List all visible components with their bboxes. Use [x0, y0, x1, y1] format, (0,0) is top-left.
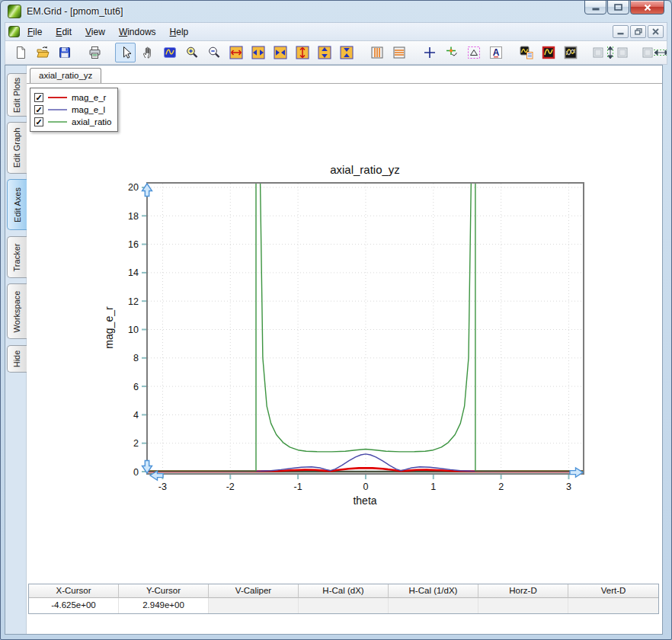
menu-view[interactable]: View [79, 24, 111, 40]
h-cal-1dx-value [389, 598, 478, 613]
legend-item: ✓ mag_e_r [34, 91, 111, 104]
horz-d-value [478, 598, 568, 613]
close-button[interactable] [630, 0, 664, 14]
shrink-x-button[interactable] [248, 43, 268, 62]
svg-text:6: 6 [133, 382, 139, 392]
zoom-window-button[interactable] [159, 43, 180, 62]
svg-text:0: 0 [133, 467, 139, 478]
y-axis-label: mag_e_r [103, 306, 115, 349]
svg-text:14: 14 [128, 267, 139, 278]
vert-d-value [568, 598, 658, 613]
shrink-y-button[interactable] [314, 43, 334, 62]
menubar: File Edit View Windows Help [5, 22, 667, 40]
mdi-restore-button[interactable] [630, 25, 646, 38]
expand-x-button[interactable] [226, 43, 246, 62]
expand-y-icon [296, 46, 309, 59]
x-axis-right-handle[interactable] [570, 468, 583, 477]
window-controls [584, 0, 664, 14]
zoom-out-button[interactable] [203, 43, 224, 62]
svg-text:0: 0 [363, 482, 368, 492]
v-caliper-value [209, 598, 299, 613]
plot-canvas[interactable]: -3-2-1012302468101214161820 axial_ratio_… [100, 154, 610, 516]
menu-edit[interactable]: Edit [50, 24, 78, 40]
print-icon [88, 46, 102, 59]
compress-y-button[interactable] [336, 43, 357, 62]
minimize-button[interactable] [584, 0, 606, 14]
column-header: X-Cursor [29, 584, 119, 598]
sidebar-tab-tracker[interactable]: Tracker [7, 236, 27, 278]
x-cursor-value: -4.625e+00 [29, 598, 119, 613]
shrink-y-icon [318, 46, 331, 59]
column-header: Y-Cursor [119, 584, 209, 598]
document-icon [8, 26, 20, 37]
svg-text:A: A [492, 47, 499, 58]
legend-line-sample [48, 97, 67, 98]
zoom-window-icon [163, 46, 177, 59]
y-axis-top-handle[interactable] [142, 184, 152, 197]
legend-checkbox[interactable]: ✓ [34, 105, 43, 114]
mdi-minimize-button[interactable] [613, 25, 629, 38]
document-tab[interactable]: axial_ratio_yz [30, 68, 101, 83]
sidebar-tab-edit-plots[interactable]: Edit Plots [7, 73, 27, 117]
expand-x-icon [229, 46, 243, 59]
zoom-in-button[interactable] [181, 43, 202, 62]
print-button[interactable] [85, 43, 105, 62]
align-vertical-icon [593, 46, 628, 59]
client-area: Edit Plots Edit Graph Edit Axes Tracker … [5, 65, 663, 635]
legend-checkbox[interactable]: ✓ [34, 93, 43, 102]
pointer-tool-button[interactable] [115, 43, 136, 62]
h-cal-dx-value [299, 598, 389, 613]
legend-line-sample [48, 109, 67, 110]
column-header: Vert-D [568, 584, 658, 598]
plot-properties-button[interactable] [516, 43, 536, 62]
document-area: axial_ratio_yz ✓ mag_e_r ✓ mag_e_l ✓ axi… [27, 66, 662, 634]
open-file-button[interactable] [32, 43, 53, 62]
horizontal-cursors-button[interactable] [389, 43, 409, 62]
svg-text:18: 18 [128, 211, 139, 222]
svg-text:-3: -3 [158, 482, 167, 492]
column-header: V-Caliper [209, 584, 299, 598]
mdi-restore-icon [635, 28, 642, 35]
compress-x-button[interactable] [270, 43, 290, 62]
text-tool-button[interactable]: A [485, 43, 506, 62]
annotation-triangle-icon [467, 46, 481, 59]
menu-windows[interactable]: Windows [113, 24, 162, 40]
sidebar-tab-hide[interactable]: Hide [7, 345, 27, 373]
menu-file[interactable]: File [21, 24, 48, 40]
mdi-window-controls [613, 25, 664, 38]
svg-text:16: 16 [128, 239, 139, 250]
x-axis-label: theta [353, 494, 376, 507]
expand-y-button[interactable] [292, 43, 312, 62]
plot-title: axial_ratio_yz [330, 163, 400, 176]
annotation-button[interactable] [463, 43, 484, 62]
pan-hand-button[interactable] [137, 43, 158, 62]
align-horizontal-button[interactable] [640, 43, 667, 62]
column-header: H-Cal (dX) [299, 584, 389, 598]
align-vertical-button[interactable] [590, 43, 630, 62]
sidebar-tab-workspace[interactable]: Workspace [7, 283, 27, 339]
menu-help[interactable]: Help [164, 24, 195, 40]
mdi-close-button[interactable] [648, 25, 664, 38]
plot-styles-button[interactable] [560, 43, 581, 62]
app-logo-icon [8, 5, 21, 18]
pan-hand-icon [141, 46, 155, 59]
save-button[interactable] [54, 43, 75, 62]
svg-text:-1: -1 [294, 482, 302, 492]
edit-plot-button[interactable] [538, 43, 558, 62]
mdi-close-icon [652, 28, 659, 35]
sidebar-tab-edit-axes[interactable]: Edit Axes [7, 179, 27, 230]
cross-cursor-button[interactable] [419, 43, 440, 62]
legend-checkbox[interactable]: ✓ [34, 117, 43, 126]
restore-button[interactable] [607, 0, 629, 14]
cross-cursor-icon [423, 46, 437, 59]
toolbar: A Layout [5, 40, 667, 65]
vertical-cursors-button[interactable] [366, 43, 387, 62]
column-header: Horz-D [478, 584, 568, 598]
sidebar-tab-edit-graph[interactable]: Edit Graph [7, 122, 27, 174]
save-icon [58, 46, 72, 59]
restore-icon [614, 4, 622, 11]
new-file-button[interactable] [10, 43, 30, 62]
svg-text:1: 1 [430, 482, 436, 492]
tracker-button[interactable] [441, 43, 462, 62]
zoom-out-icon [207, 46, 221, 59]
